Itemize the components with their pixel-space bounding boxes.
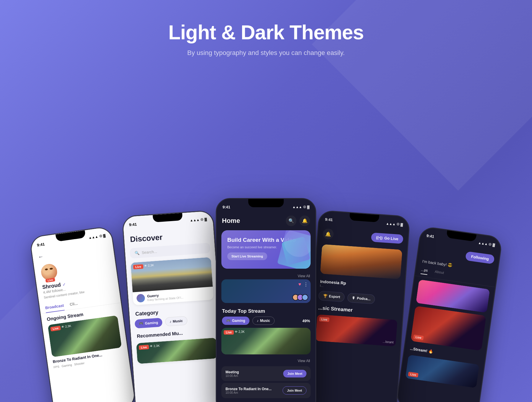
today-stream-title: Today Top Stream bbox=[217, 305, 315, 317]
start-streaming-button[interactable]: Start Live Streaming bbox=[227, 252, 267, 260]
fr-tab-about[interactable]: About bbox=[434, 270, 444, 277]
battery-icon-sr: ▓ bbox=[400, 223, 403, 226]
v-avatar-3 bbox=[302, 294, 308, 301]
time-sr: 9:41 bbox=[325, 217, 333, 222]
live-badge-sr: Live bbox=[319, 317, 330, 322]
search-icon-center: 🔍 bbox=[288, 218, 294, 223]
meeting-title-1: Meeting bbox=[226, 370, 239, 374]
percent-value: 49% bbox=[302, 319, 310, 323]
center-content: 9:41 ▲▲▲ ⦾ ▓ Home 🔍 🔔 bbox=[217, 199, 315, 402]
viewer-badge-discover: 👁 2,3K bbox=[144, 263, 154, 267]
live-badge-center: Live bbox=[224, 330, 234, 335]
discover-thumb: Live 👁 2,3K bbox=[131, 257, 213, 292]
tab-clips[interactable]: Cli... bbox=[69, 301, 79, 310]
far-left-content: 9:41 ▲▲▲ ⦾ ▓ ← Live bbox=[30, 227, 136, 402]
category-pills: 🎮 Gaming ♪ Music 49% bbox=[217, 317, 315, 325]
time-far-left: 9:41 bbox=[37, 242, 45, 247]
preview-card: ♥ ⋮ bbox=[221, 279, 311, 303]
bell-icon-sr: 🔔 bbox=[325, 231, 331, 237]
card-actions: ♥ ⋮ bbox=[299, 282, 309, 287]
podcast-label: Podca... bbox=[357, 296, 371, 301]
meeting-time-1: 10:00 Am bbox=[226, 374, 239, 377]
eye-icon-discover: 👁 bbox=[144, 264, 147, 268]
percent-display: 49% bbox=[302, 317, 310, 325]
heart-icon[interactable]: ♥ bbox=[299, 282, 301, 287]
bell-button-sr[interactable]: 🔔 bbox=[322, 228, 334, 239]
page-subtitle: By using typography and styles you can c… bbox=[0, 49, 532, 57]
music-label: Music bbox=[173, 319, 183, 323]
viewer-avatars bbox=[292, 294, 308, 301]
wifi-icon: ⦾ bbox=[99, 234, 102, 238]
road-scene bbox=[131, 257, 213, 292]
time-fr: 9:41 bbox=[426, 233, 434, 239]
tag-fps: FPS bbox=[53, 365, 60, 369]
discover-stream-card-2: Live 👁 2,3K bbox=[136, 338, 218, 364]
time-center: 9:41 bbox=[223, 205, 230, 209]
fps-scene bbox=[48, 315, 122, 357]
join-meet-button-1[interactable]: Join Meet bbox=[283, 370, 306, 377]
search-bar[interactable]: 🔍 Search... bbox=[129, 243, 210, 259]
ongoing-thumb: Live 👁 2,3K bbox=[48, 315, 122, 357]
battery-icon: ▓ bbox=[103, 234, 106, 238]
status-icons-fr: ▲▲▲ ⦾ ▓ bbox=[478, 241, 495, 247]
back-arrow-icon[interactable]: ← bbox=[38, 253, 44, 260]
tag-gaming: Gaming bbox=[61, 363, 72, 368]
signal-icon-sl: ▲▲▲ bbox=[190, 218, 200, 222]
gaming-label: Gaming bbox=[145, 320, 158, 325]
esport-pill[interactable]: 🏆 Esport bbox=[318, 291, 345, 302]
game-tag-sr: ...lorant bbox=[382, 340, 393, 344]
status-icons-far-left: ▲▲▲ ⦾ ▓ bbox=[88, 234, 106, 240]
battery-icon-fr: ▓ bbox=[492, 243, 495, 247]
battery-icon-c: ▓ bbox=[307, 205, 309, 209]
viewer-badge-discover-2: 👁 2,3K bbox=[150, 344, 160, 348]
sr-car-thumb bbox=[320, 244, 402, 279]
discover-stream-card: Live 👁 2,3K Guerry Easy farming at State… bbox=[131, 257, 214, 305]
view-all-2[interactable]: View All bbox=[298, 359, 310, 363]
viewer-count-center: 2,3K bbox=[239, 330, 245, 333]
podcast-pill[interactable]: 🎙 Podca... bbox=[347, 293, 375, 304]
live-badge-discover-2: Live bbox=[139, 345, 149, 350]
broadcast-icon: ((•)) bbox=[376, 235, 383, 240]
viewer-count-discover-2: 2,3K bbox=[153, 344, 160, 348]
viewer-badge-center: 👁 2,3K bbox=[235, 330, 245, 333]
eye-icon-discover-2: 👁 bbox=[150, 344, 153, 348]
home-title: Home bbox=[222, 217, 240, 225]
podcast-icon: 🎙 bbox=[352, 296, 356, 300]
hero-banner: Build Career With a Video Become an succ… bbox=[221, 230, 311, 269]
fr-tab-clips[interactable]: ...ps bbox=[421, 268, 428, 275]
phone-second-right: 9:41 ▲▲▲ ⦾ ▓ 🔔 ((•)) Go Live bbox=[305, 210, 411, 402]
following-button[interactable]: Following bbox=[465, 251, 495, 264]
music-pill-center[interactable]: ♪ Music bbox=[252, 317, 275, 325]
discover-content: 9:41 ▲▲▲ ⦾ ▓ Discover 🔍 Search... Live bbox=[123, 211, 226, 402]
more-icon[interactable]: ⋮ bbox=[304, 282, 308, 287]
phones-container: 9:41 ▲▲▲ ⦾ ▓ ← Live bbox=[15, 100, 517, 402]
view-all-top[interactable]: View All bbox=[298, 274, 310, 278]
wifi-icon-sr: ⦾ bbox=[397, 222, 400, 226]
tag-shooter: Shooter bbox=[74, 362, 85, 366]
section-header-viewall: View All bbox=[217, 273, 315, 279]
notch-center bbox=[248, 199, 284, 207]
music-label-center: Music bbox=[260, 319, 270, 323]
go-live-button[interactable]: ((•)) Go Live bbox=[371, 232, 403, 244]
join-meet-button-2[interactable]: Join Meet bbox=[283, 386, 306, 395]
status-icons-center: ▲▲▲ ⦾ ▓ bbox=[292, 205, 309, 209]
signal-icon-c: ▲▲▲ bbox=[292, 205, 302, 209]
music-icon: ♪ bbox=[169, 320, 171, 324]
search-icon: 🔍 bbox=[134, 251, 140, 255]
bell-icon-center: 🔔 bbox=[302, 218, 308, 223]
search-button[interactable]: 🔍 bbox=[286, 215, 296, 226]
meeting-title-2: Bronze To Radiant In One... bbox=[226, 387, 272, 391]
valorant-scene bbox=[411, 306, 486, 351]
wifi-icon-c: ⦾ bbox=[303, 205, 306, 209]
eye-icon-ongoing: 👁 bbox=[61, 325, 64, 329]
bell-button-center[interactable]: 🔔 bbox=[299, 215, 310, 226]
music-icon-center: ♪ bbox=[257, 319, 259, 323]
gaming-icon: 🎮 bbox=[139, 321, 144, 326]
gaming-pill[interactable]: 🎮 Gaming bbox=[134, 318, 163, 328]
game-thumb: Live ...lorant bbox=[315, 314, 398, 346]
gaming-pill-center[interactable]: 🎮 Gaming bbox=[222, 317, 249, 325]
car-scene bbox=[320, 244, 402, 279]
music-pill[interactable]: ♪ Music bbox=[165, 316, 188, 326]
verified-icon: ✓ bbox=[62, 282, 66, 287]
status-icons-sr: ▲▲▲ ⦾ ▓ bbox=[386, 221, 403, 226]
